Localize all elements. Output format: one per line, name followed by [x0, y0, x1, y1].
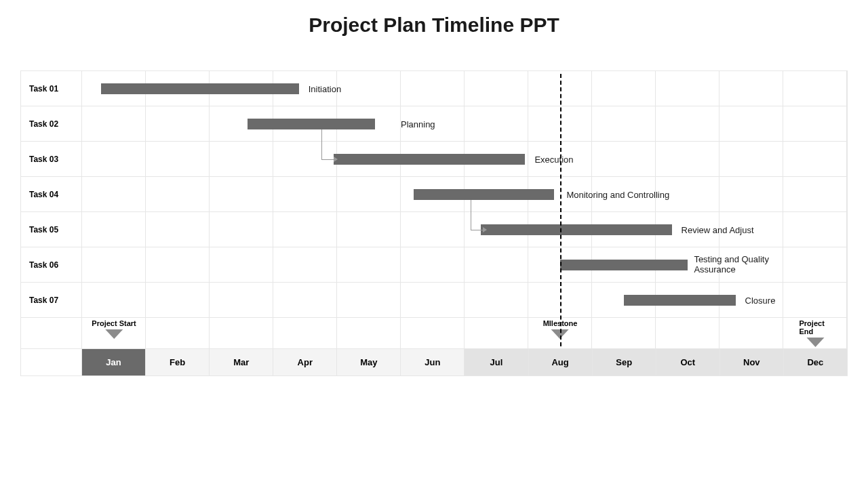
triangle-down-icon: [105, 329, 123, 339]
task-id: Task 03: [21, 142, 82, 176]
task-row: Task 07Closure: [21, 283, 847, 318]
bar-label: Monitoring and Controlling: [566, 189, 669, 199]
month-cell: Mar: [210, 349, 273, 375]
task-id: Task 07: [21, 283, 82, 317]
month-cell: Feb: [146, 349, 210, 375]
month-cell: Aug: [529, 349, 593, 375]
bar-label: Execution: [534, 154, 573, 164]
gantt-bar: [101, 83, 298, 94]
task-row: Task 04Monitoring and Controlling: [21, 177, 847, 212]
bar-label: Review and Adjust: [682, 224, 754, 235]
gantt-bar: [248, 119, 375, 129]
triangle-down-icon: [551, 329, 569, 339]
milestone-marker: Project Start: [92, 319, 136, 339]
chart-area: Planning: [82, 106, 847, 141]
gantt-chart: Task 01InitiationTask 02PlanningTask 03E…: [20, 70, 848, 376]
month-cell: Nov: [720, 349, 784, 375]
task-id: Task 02: [21, 106, 82, 141]
month-cell: Sep: [593, 349, 656, 375]
triangle-down-icon: [806, 338, 824, 347]
bar-label: Initiation: [309, 83, 341, 94]
marker-label: Project End: [800, 319, 831, 336]
task-id: Task 05: [21, 212, 82, 247]
gantt-bar: [334, 154, 525, 165]
task-id: Task 04: [21, 177, 82, 211]
bar-label: Closure: [745, 295, 776, 305]
task-row: Task 01Initiation: [21, 71, 847, 106]
gantt-bar: [414, 189, 554, 200]
page-title: Project Plan Timeline PPT: [20, 14, 848, 37]
marker-label: Project Start: [92, 319, 136, 327]
month-cell: Jun: [401, 349, 465, 375]
chart-area: Execution: [82, 142, 847, 176]
task-row: Task 03Execution: [21, 142, 847, 177]
task-row: Task 06Testing and Quality Assurance: [21, 247, 847, 283]
milestone-marker: MIlestone: [543, 319, 578, 339]
marker-row: Project StartMIlestoneProject End: [21, 318, 847, 349]
month-cell: Dec: [784, 349, 847, 375]
month-cell: Jan: [82, 349, 146, 375]
months-row: JanFebMarAprMayJunJulAugSepOctNovDec: [21, 349, 847, 376]
month-cell: Apr: [273, 349, 337, 375]
gantt-bar: [481, 224, 672, 235]
marker-label: MIlestone: [543, 319, 578, 327]
task-id: Task 01: [21, 71, 82, 106]
milestone-marker: Project End: [800, 319, 831, 347]
chart-area: Monitoring and Controlling: [82, 177, 847, 211]
chart-area: Initiation: [82, 71, 847, 106]
gantt-bar: [560, 260, 688, 270]
task-row: Task 02Planning: [21, 106, 847, 142]
chart-area: Closure: [82, 283, 847, 317]
month-cell: Oct: [656, 349, 720, 375]
task-row: Task 05Review and Adjust: [21, 212, 847, 247]
month-cell: Jul: [465, 349, 528, 375]
task-id: Task 06: [21, 247, 82, 282]
bar-label: Planning: [401, 119, 435, 129]
chart-area: Testing and Quality Assurance: [82, 247, 847, 282]
chart-area: Review and Adjust: [82, 212, 847, 247]
bar-label: Testing and Quality Assurance: [694, 254, 809, 275]
month-cell: May: [337, 349, 401, 375]
gantt-bar: [624, 295, 736, 306]
